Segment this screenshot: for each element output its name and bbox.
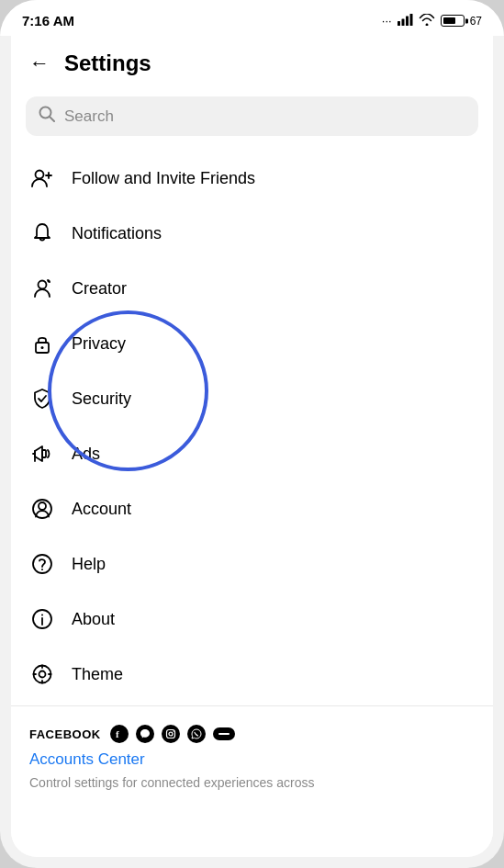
- svg-line-5: [50, 117, 54, 121]
- wifi-icon: [419, 14, 435, 28]
- svg-rect-1: [401, 18, 404, 26]
- svg-point-32: [169, 732, 173, 736]
- search-bar[interactable]: Search: [26, 96, 478, 136]
- more-icon: ···: [382, 14, 392, 28]
- menu-item-follow[interactable]: Follow and Invite Friends: [11, 151, 493, 206]
- menu-item-help[interactable]: Help: [11, 536, 493, 592]
- fb-social-icons: f: [110, 725, 235, 743]
- facebook-section: FACEBOOK f: [11, 705, 493, 802]
- about-icon: [29, 606, 55, 632]
- theme-icon: [29, 661, 55, 687]
- screen-inner: Search Follow and Invite Friends: [11, 85, 493, 857]
- menu-item-about[interactable]: About: [11, 592, 493, 647]
- status-bar: 7:16 AM ··· 67: [0, 0, 504, 36]
- svg-rect-13: [42, 450, 46, 457]
- menu-list: Follow and Invite Friends Notifications: [11, 151, 493, 702]
- ads-icon: [29, 441, 55, 467]
- menu-label-security: Security: [72, 389, 131, 409]
- phone-frame: 7:16 AM ··· 67: [0, 0, 504, 868]
- accounts-center-desc: Control settings for connected experienc…: [29, 775, 315, 790]
- menu-item-notifications[interactable]: Notifications: [11, 206, 493, 261]
- menu-label-privacy: Privacy: [72, 334, 126, 354]
- svg-point-10: [48, 280, 50, 283]
- menu-item-privacy[interactable]: Privacy: [11, 316, 493, 371]
- fb-brand-label: FACEBOOK: [29, 727, 101, 741]
- menu-label-creator: Creator: [72, 279, 127, 299]
- menu-label-ads: Ads: [72, 445, 100, 464]
- shield-icon: [29, 386, 55, 411]
- instagram-icon: [162, 725, 180, 743]
- search-placeholder: Search: [64, 107, 114, 126]
- menu-label-follow: Follow and Invite Friends: [72, 169, 255, 188]
- battery-level: 67: [470, 15, 482, 28]
- settings-content: Search Follow and Invite Friends: [11, 85, 493, 857]
- settings-screen: ← Settings Search: [11, 36, 493, 857]
- creator-icon: [29, 276, 55, 301]
- facebook-icon: f: [110, 725, 129, 743]
- account-icon: [29, 496, 55, 522]
- meta-icon: [213, 727, 235, 740]
- signal-icon: [398, 14, 413, 28]
- svg-point-12: [41, 346, 44, 349]
- svg-rect-2: [406, 16, 409, 26]
- menu-item-theme[interactable]: Theme: [11, 647, 493, 702]
- battery-icon: [441, 15, 465, 27]
- menu-label-theme: Theme: [72, 665, 123, 684]
- menu-label-about: About: [72, 610, 115, 629]
- menu-label-help: Help: [72, 555, 106, 574]
- status-time: 7:16 AM: [22, 13, 74, 28]
- menu-item-ads[interactable]: Ads: [11, 426, 493, 481]
- svg-rect-3: [409, 14, 412, 26]
- svg-point-20: [41, 569, 43, 570]
- svg-point-33: [173, 730, 174, 731]
- accounts-center-link[interactable]: Accounts Center: [29, 750, 475, 769]
- menu-label-account: Account: [72, 500, 131, 519]
- svg-rect-0: [398, 21, 400, 26]
- svg-point-23: [41, 614, 43, 616]
- menu-item-creator[interactable]: Creator: [11, 261, 493, 316]
- bell-icon: [29, 220, 55, 246]
- svg-text:f: f: [116, 728, 119, 739]
- lock-icon: [29, 331, 55, 356]
- follow-icon: [29, 165, 55, 191]
- whatsapp-icon: [187, 725, 206, 743]
- messenger-icon: [136, 725, 154, 743]
- fb-brand-row: FACEBOOK f: [29, 725, 475, 743]
- search-icon: [39, 106, 55, 127]
- page-title: Settings: [64, 51, 151, 76]
- svg-point-18: [39, 502, 46, 510]
- svg-point-25: [39, 671, 46, 678]
- help-icon: [29, 551, 55, 577]
- settings-header: ← Settings: [11, 36, 493, 85]
- menu-item-security[interactable]: Security: [11, 371, 493, 426]
- back-button[interactable]: ←: [29, 51, 50, 75]
- menu-item-account[interactable]: Account: [11, 481, 493, 536]
- status-icons: ··· 67: [382, 14, 482, 28]
- svg-point-9: [39, 281, 47, 289]
- menu-label-notifications: Notifications: [72, 224, 162, 243]
- svg-point-6: [36, 171, 44, 179]
